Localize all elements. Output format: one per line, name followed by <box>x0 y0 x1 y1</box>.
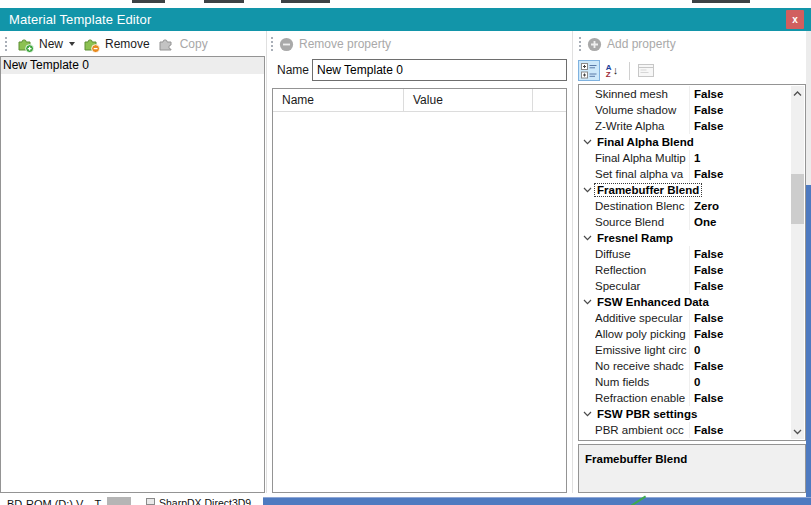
description-title: Framebuffer Blend <box>585 453 687 465</box>
property-value[interactable]: False <box>690 360 791 372</box>
panel-divider <box>266 31 267 493</box>
property-row[interactable]: Final Alpha Multip1 <box>579 150 791 166</box>
circle-plus-icon <box>587 37 602 52</box>
alphabetical-sort-button[interactable]: AZ ↓ <box>601 60 623 81</box>
property-grid: Skinned meshFalseVolume shadowFalseZ-Wri… <box>578 84 806 441</box>
property-value[interactable]: 1 <box>690 152 791 164</box>
background-artifact <box>132 0 165 3</box>
property-name: Source Blend <box>595 214 690 230</box>
property-row[interactable]: Set final alpha vaFalse <box>579 166 791 182</box>
category-row[interactable]: Framebuffer Blend <box>579 182 791 198</box>
property-value[interactable]: False <box>690 104 791 116</box>
panel-divider <box>572 31 573 493</box>
background-taskbar-strip <box>263 497 811 505</box>
category-label: Framebuffer Blend <box>595 184 701 196</box>
close-button[interactable]: x <box>786 10 804 29</box>
scroll-up-button[interactable] <box>791 86 804 101</box>
property-row[interactable]: Refraction enableFalse <box>579 390 791 406</box>
remove-property-toolbar: Remove property <box>268 31 568 57</box>
name-label: Name <box>277 63 309 77</box>
property-row[interactable]: ReflectionFalse <box>579 262 791 278</box>
column-header-value[interactable]: Value <box>404 89 533 111</box>
scroll-down-button[interactable] <box>791 424 804 439</box>
background-drive-label: BD-ROM (D:) V... T <box>7 497 101 505</box>
copy-button-label: Copy <box>180 37 208 51</box>
toolbar-grip[interactable] <box>579 37 581 52</box>
property-value[interactable]: False <box>690 168 791 180</box>
new-dropdown-caret-icon[interactable] <box>69 42 75 46</box>
background-artifact <box>692 0 750 3</box>
property-name: Emissive light circ <box>595 342 690 358</box>
scrollbar-thumb[interactable] <box>791 174 804 224</box>
property-row[interactable]: Emissive light circ0 <box>579 342 791 358</box>
category-row[interactable]: Final Alpha Blend <box>579 134 791 150</box>
property-name: Destination Blenc <box>595 198 690 214</box>
categorized-view-button[interactable] <box>578 60 600 81</box>
add-property-toolbar: Add property <box>576 31 804 57</box>
toolbar-separator <box>629 62 630 80</box>
property-row[interactable]: DiffuseFalse <box>579 246 791 262</box>
category-row[interactable]: FSW Enhanced Data <box>579 294 791 310</box>
expand-chevron-icon[interactable] <box>579 235 595 241</box>
property-row[interactable]: Volume shadowFalse <box>579 102 791 118</box>
property-row[interactable]: SpecularFalse <box>579 278 791 294</box>
toolbar-grip[interactable] <box>5 37 7 52</box>
expand-chevron-icon[interactable] <box>579 187 595 193</box>
template-list-item[interactable]: New Template 0 <box>1 57 264 74</box>
property-row[interactable]: Additive specularFalse <box>579 310 791 326</box>
window-title: Material Template Editor <box>9 12 151 27</box>
table-header: Name Value <box>273 89 566 112</box>
property-value[interactable]: False <box>690 328 791 340</box>
property-value[interactable]: False <box>690 88 791 100</box>
property-row[interactable]: PBR ambient occFalse <box>579 422 791 438</box>
property-pages-icon <box>638 64 654 77</box>
background-desktop-strip: BD-ROM (D:) V... T SharpDX.Direct3D9 <box>0 497 263 505</box>
copy-template-button: Copy <box>154 34 212 55</box>
column-header-name[interactable]: Name <box>273 89 404 111</box>
expand-chevron-icon[interactable] <box>579 139 595 145</box>
remove-template-button[interactable]: Remove <box>79 34 154 55</box>
property-row[interactable]: No receive shadcFalse <box>579 358 791 374</box>
category-row[interactable]: FSW PBR settings <box>579 406 791 422</box>
property-description-box: Framebuffer Blend <box>578 444 806 493</box>
background-file-icon <box>146 498 155 505</box>
property-row[interactable]: Destination BlencZero <box>579 198 791 214</box>
property-row[interactable]: Z-Write AlphaFalse <box>579 118 791 134</box>
property-value[interactable]: False <box>690 248 791 260</box>
scroll-up-icon <box>793 91 802 97</box>
expand-chevron-icon[interactable] <box>579 299 595 305</box>
property-value[interactable]: False <box>690 424 791 436</box>
property-row[interactable]: Skinned meshFalse <box>579 86 791 102</box>
property-value[interactable]: False <box>690 264 791 276</box>
property-row[interactable]: Source BlendOne <box>579 214 791 230</box>
property-value[interactable]: One <box>690 216 791 228</box>
toolbar-grip[interactable] <box>271 37 273 52</box>
property-name: Num fields <box>595 374 690 390</box>
new-template-button[interactable]: New <box>13 34 79 55</box>
property-value[interactable]: 0 <box>690 376 791 388</box>
template-name-input[interactable] <box>312 59 567 81</box>
property-grid-toolbar: AZ ↓ <box>578 58 806 83</box>
property-value[interactable]: False <box>690 280 791 292</box>
property-value[interactable]: Zero <box>690 200 791 212</box>
background-strip-top <box>0 0 811 8</box>
category-row[interactable]: Fresnel Ramp <box>579 230 791 246</box>
puzzle-plus-icon <box>17 36 35 53</box>
property-value[interactable]: False <box>690 120 791 132</box>
property-row[interactable]: Allow poly pickingFalse <box>579 326 791 342</box>
circle-minus-icon <box>279 37 294 52</box>
property-name: Diffuse <box>595 246 690 262</box>
template-list: New Template 0 <box>0 56 265 493</box>
property-name: Skinned mesh <box>595 86 690 102</box>
background-artifact <box>281 0 330 3</box>
property-row[interactable]: Num fields0 <box>579 374 791 390</box>
property-value[interactable]: False <box>690 392 791 404</box>
expand-chevron-icon[interactable] <box>579 411 595 417</box>
background-artifact <box>204 0 244 3</box>
property-value[interactable]: False <box>690 312 791 324</box>
sort-arrow-icon: ↓ <box>613 65 619 76</box>
property-value[interactable]: 0 <box>690 344 791 356</box>
category-label: FSW PBR settings <box>595 408 699 420</box>
window-titlebar: Material Template Editor <box>0 8 811 31</box>
property-grid-scrollbar[interactable] <box>791 86 804 439</box>
